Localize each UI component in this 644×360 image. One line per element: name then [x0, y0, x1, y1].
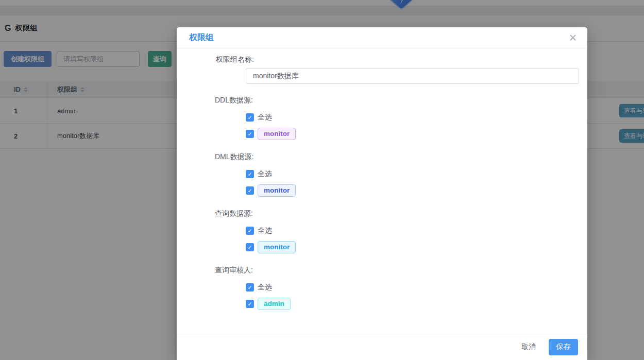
checkbox-checked[interactable]	[246, 170, 254, 178]
checkbox-checked[interactable]	[246, 227, 254, 235]
section-label: 查询审核人:	[215, 266, 253, 275]
modal-footer: 取消 保存	[177, 334, 587, 360]
modal-header: 权限组 ✕	[177, 27, 587, 48]
datasource-tag[interactable]: monitor	[258, 128, 296, 140]
section-label: DDL数据源:	[215, 96, 253, 105]
group-name-input[interactable]	[246, 68, 579, 84]
section-label: DML数据源:	[215, 152, 253, 162]
checkbox-checked[interactable]	[246, 113, 254, 122]
checkbox-checked[interactable]	[246, 300, 254, 308]
option-row: monitor	[246, 128, 296, 140]
save-button[interactable]: 保存	[549, 339, 578, 355]
group-name-label: 权限组名称:	[216, 55, 254, 64]
cancel-button[interactable]: 取消	[521, 342, 536, 352]
modal-title: 权限组	[189, 32, 214, 43]
checkbox-checked[interactable]	[246, 130, 254, 138]
option-row: monitor	[246, 184, 296, 197]
datasource-tag[interactable]: monitor	[258, 241, 296, 253]
option-row: monitor	[246, 241, 296, 253]
select-all-row: 全选	[246, 113, 272, 122]
option-row: admin	[246, 298, 291, 310]
select-all-label[interactable]: 全选	[258, 113, 272, 122]
section-label: 查询数据源:	[215, 209, 253, 218]
close-icon[interactable]: ✕	[569, 33, 577, 43]
datasource-tag[interactable]: monitor	[258, 184, 296, 197]
checkbox-checked[interactable]	[246, 186, 254, 195]
select-all-row: 全选	[246, 226, 272, 235]
checkbox-checked[interactable]	[246, 243, 254, 251]
select-all-label[interactable]: 全选	[258, 283, 272, 292]
select-all-label[interactable]: 全选	[258, 169, 272, 179]
select-all-label[interactable]: 全选	[258, 226, 272, 235]
checkbox-checked[interactable]	[246, 283, 254, 292]
auditor-tag[interactable]: admin	[258, 298, 291, 310]
modal-body: 权限组名称: DDL数据源: 全选 monitor DML数据源: 全选 mon…	[177, 48, 587, 334]
permission-group-modal: 权限组 ✕ 权限组名称: DDL数据源: 全选 monitor DML数据源: …	[177, 27, 587, 360]
select-all-row: 全选	[246, 169, 272, 179]
select-all-row: 全选	[246, 283, 272, 292]
